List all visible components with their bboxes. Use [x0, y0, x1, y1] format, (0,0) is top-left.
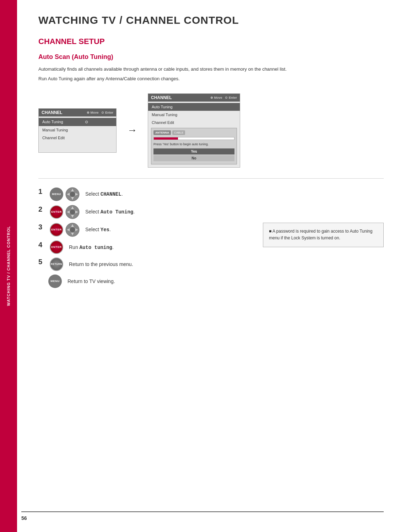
- step-3: 3 ENTER Select: [38, 223, 384, 237]
- step-1: 1 MENU: [38, 187, 384, 201]
- description2: Run Auto Tuning again after any Antenna/…: [38, 75, 384, 83]
- progress-bar: [153, 137, 234, 140]
- enter-hint-2: ⊙ Enter: [225, 96, 237, 99]
- channel-box-2-title: CHANNEL: [151, 95, 172, 100]
- menu-item-channel-edit-1[interactable]: Channel Edit: [39, 134, 116, 142]
- step-2-number: 2: [38, 206, 48, 213]
- move-hint: ⊕ Move: [87, 111, 99, 114]
- yes-button[interactable]: Yes: [153, 148, 234, 154]
- menu-button-1[interactable]: MENU: [50, 188, 63, 201]
- step-1-number: 1: [38, 188, 48, 195]
- antenna-row: ANTENNA CABLE: [153, 130, 234, 135]
- channel-box-2-nav: ⊕ Move ⊙ Enter: [210, 96, 237, 99]
- step-1-buttons: MENU: [50, 187, 80, 201]
- step-3-number: 3: [38, 223, 48, 230]
- dialog-prompt: Press 'Yes' button to begin auto tuning.: [153, 142, 234, 147]
- step-3-keyword: Yes: [101, 227, 109, 233]
- svg-point-11: [70, 210, 75, 215]
- no-button[interactable]: No: [153, 155, 234, 161]
- divider: [38, 178, 384, 179]
- enter-hint: ⊙ Enter: [101, 111, 113, 114]
- nav-wheel-1: [65, 187, 80, 201]
- svg-point-5: [70, 192, 75, 197]
- sidebar: WATCHING TV / CHANNEL CONTROL: [0, 0, 17, 532]
- channel-menu-box-2: CHANNEL ⊕ Move ⊙ Enter Auto Tuning Manua…: [148, 93, 240, 168]
- menu-item-auto-tuning-2[interactable]: Auto Tuning: [148, 103, 240, 111]
- description1: Automatically finds all channels availab…: [38, 66, 384, 73]
- sidebar-label: WATCHING TV / CHANNEL CONTROL: [6, 226, 11, 306]
- step-3-buttons: ENTER: [50, 223, 80, 237]
- page-title: WATCHING TV / CHANNEL CONTROL: [38, 14, 384, 26]
- nav-wheel-3: [65, 223, 80, 237]
- step-4-buttons: ENTER: [50, 240, 63, 254]
- step-2: 2 ENTER Select: [38, 205, 384, 219]
- screenshots-area: CHANNEL ⊕ Move ⊙ Enter Auto Tuning ⊙ Man…: [38, 93, 384, 168]
- return-button[interactable]: RETURN: [50, 257, 63, 271]
- move-hint-2: ⊕ Move: [210, 96, 222, 99]
- sub-heading: Auto Scan (Auto Tuning): [38, 53, 384, 61]
- step-5-buttons: RETURN: [50, 257, 63, 271]
- page-number: 56: [21, 515, 27, 521]
- steps-wrapper: A password is required to gain access to…: [38, 187, 384, 292]
- enter-button-2[interactable]: ENTER: [50, 205, 63, 219]
- channel-menu-box-1: CHANNEL ⊕ Move ⊙ Enter Auto Tuning ⊙ Man…: [38, 108, 117, 153]
- channel-box-1-nav: ⊕ Move ⊙ Enter: [87, 111, 113, 114]
- menu-item-manual-tuning-1[interactable]: Manual Tuning: [39, 126, 116, 134]
- antenna-label: ANTENNA: [153, 130, 171, 135]
- step-4-keyword: Auto tuning: [80, 245, 112, 250]
- step-5-text: Return to the previous menu.: [69, 260, 133, 268]
- channel-box-2-body: Auto Tuning Manual Tuning Channel Edit A…: [148, 102, 240, 165]
- footer: 56: [21, 511, 384, 521]
- cable-label: CABLE: [172, 130, 185, 135]
- step-4-number: 4: [38, 241, 48, 248]
- menu-step-text: Return to TV viewing.: [68, 277, 115, 285]
- step-1-text: Select CHANNEL.: [85, 190, 123, 198]
- channel-box-1-title: CHANNEL: [42, 110, 63, 115]
- progress-bar-fill: [154, 137, 178, 140]
- menu-step: MENU Return to TV viewing.: [48, 275, 384, 288]
- channel-box-2-header: CHANNEL ⊕ Move ⊙ Enter: [148, 94, 240, 102]
- enter-button-3[interactable]: ENTER: [50, 223, 63, 237]
- menu-item-channel-edit-2[interactable]: Channel Edit: [148, 119, 240, 126]
- channel-box-1-body: Auto Tuning ⊙ Manual Tuning Channel Edit: [39, 116, 116, 152]
- step-2-buttons: ENTER: [50, 205, 80, 219]
- channel-box-1-header: CHANNEL ⊕ Move ⊙ Enter: [39, 109, 116, 116]
- section-heading: CHANNEL SETUP: [38, 37, 384, 46]
- nav-wheel-2: [65, 205, 80, 219]
- arrow-right: →: [127, 125, 137, 136]
- step-4-text: Run Auto tuning.: [69, 243, 114, 251]
- main-content: WATCHING TV / CHANNEL CONTROL CHANNEL SE…: [17, 0, 405, 313]
- menu-item-auto-tuning-1[interactable]: Auto Tuning ⊙: [39, 118, 116, 126]
- step-2-text: Select Auto Tuning.: [85, 208, 135, 216]
- step-4: 4 ENTER Run Auto tuning.: [38, 240, 384, 254]
- svg-point-17: [70, 227, 75, 232]
- enter-button-4[interactable]: ENTER: [50, 240, 63, 254]
- step-3-text: Select Yes.: [85, 226, 111, 234]
- step-1-keyword: CHANNEL: [101, 191, 122, 197]
- menu-item-manual-tuning-2[interactable]: Manual Tuning: [148, 111, 240, 119]
- menu-button-final[interactable]: MENU: [48, 275, 62, 288]
- auto-tuning-dialog: ANTENNA CABLE Press 'Yes' button to begi…: [151, 128, 237, 165]
- step-5-number: 5: [38, 258, 48, 265]
- step-5: 5 RETURN Return to the previous menu.: [38, 257, 384, 271]
- menu-step-buttons: MENU: [48, 275, 62, 288]
- step-2-keyword: Auto Tuning: [101, 209, 133, 215]
